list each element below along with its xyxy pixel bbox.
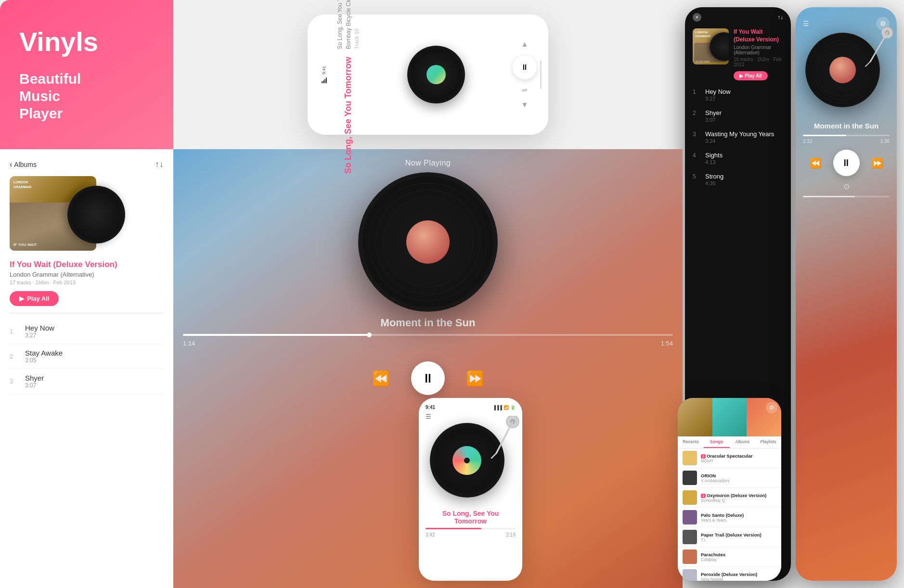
library-tab[interactable]: Playlists bbox=[755, 436, 781, 448]
now-playing-label: Now Playing bbox=[405, 159, 451, 167]
track-name: Wasting My Young Years bbox=[705, 130, 783, 138]
library-list: 1Oracular Spectacular MGMT ORION X Ambas… bbox=[678, 448, 781, 581]
card-song-title: So Long, See You Tomorrow bbox=[343, 56, 353, 173]
white-turntable-phone: 9:41 ▐▐▐ 📶 🔋 ☰ bbox=[419, 398, 522, 581]
track-info: Strong 4:35 bbox=[705, 173, 783, 186]
track-info: Shyer 3:07 bbox=[25, 374, 164, 389]
library-art bbox=[683, 451, 697, 465]
panel-nav: ‹ Albums ↑↓ bbox=[10, 159, 164, 169]
blue-song-info: Moment in the Sun bbox=[803, 122, 890, 130]
blue-time-display: 1:32 1:36 bbox=[803, 139, 890, 144]
rewind-btn[interactable]: ⏪ bbox=[810, 157, 822, 169]
track-number: 3 bbox=[693, 131, 701, 138]
library-item[interactable]: Paper Trail (Deluxe Version) T.I. bbox=[678, 527, 781, 547]
forward-btn[interactable]: ⏩ bbox=[871, 157, 883, 169]
library-item-title: Parachutes bbox=[701, 552, 776, 557]
library-item[interactable]: Peroxide (Deluxe Version) Nina Nesbitt bbox=[678, 567, 781, 581]
track-duration: 4:35 bbox=[705, 180, 783, 186]
album-track-row[interactable]: 1 Hey Now 3:27 bbox=[10, 319, 164, 344]
track-duration: 3:07 bbox=[25, 382, 164, 389]
dark-play-all-btn[interactable]: ▶ Play All bbox=[734, 71, 768, 80]
track-info: Hey Now 3:27 bbox=[705, 88, 783, 102]
large-forward-btn[interactable]: ⏩ bbox=[466, 370, 484, 387]
library-item[interactable]: Parachutes Coldplay bbox=[678, 547, 781, 567]
shuffle-btn[interactable]: ⇌ bbox=[522, 86, 528, 94]
library-badge: 1 bbox=[701, 494, 706, 498]
white-times: 3:42 2:19 bbox=[426, 532, 516, 537]
blue-vinyl-container bbox=[805, 33, 887, 115]
queue-icon[interactable]: ☰ bbox=[803, 20, 809, 27]
library-item[interactable]: ORION X Ambassadors bbox=[678, 468, 781, 488]
large-pause-btn[interactable]: ⏸ bbox=[411, 361, 445, 395]
progress-thumb bbox=[367, 332, 372, 337]
svg-line-6 bbox=[496, 422, 513, 453]
status-icons: ▐▐▐ 📶 🔋 bbox=[493, 405, 516, 410]
dark-track-row[interactable]: 3 Wasting My Young Years 3:24 bbox=[693, 127, 783, 148]
vinyl-hole bbox=[464, 458, 470, 463]
library-item-artist: Nina Nesbitt bbox=[701, 577, 776, 581]
library-tab[interactable]: Songs bbox=[704, 436, 730, 448]
library-item-info: Peroxide (Deluxe Version) Nina Nesbitt bbox=[701, 572, 776, 581]
large-controls: ⏪ ⏸ ⏩ bbox=[372, 361, 484, 395]
card-album: So Long, See You Tomorrow bbox=[336, 0, 343, 49]
library-item-artist: X Ambassadors bbox=[701, 478, 776, 483]
large-progress-fill bbox=[183, 334, 369, 336]
airplay-icon[interactable]: ⊙ bbox=[843, 182, 850, 191]
card-vinyl bbox=[407, 46, 465, 103]
library-item[interactable]: 1Oracular Spectacular MGMT bbox=[678, 448, 781, 468]
volume-bar bbox=[803, 196, 890, 197]
lib-settings-btn[interactable]: ⚙ bbox=[766, 402, 777, 413]
blue-pause-btn[interactable]: ⏸ bbox=[833, 150, 860, 176]
blue-remaining: 1:36 bbox=[880, 139, 890, 144]
large-progress-bg[interactable] bbox=[183, 334, 673, 336]
next-track-btn[interactable]: ▼ bbox=[521, 101, 529, 109]
library-item-info: Parachutes Coldplay bbox=[701, 552, 776, 562]
track-duration: 3:27 bbox=[705, 96, 783, 102]
back-label: Albums bbox=[14, 161, 37, 168]
large-rewind-btn[interactable]: ⏪ bbox=[372, 370, 390, 387]
dark-album-meta: 16 tracks · 1h2m · Feb 2013 bbox=[734, 57, 783, 67]
library-tab[interactable]: Albums bbox=[730, 436, 756, 448]
pause-btn[interactable]: ⏸ bbox=[513, 55, 537, 79]
wifi-icon: 📶 bbox=[504, 405, 509, 410]
library-item[interactable]: Palo Santo (Deluxe) Years & Years bbox=[678, 508, 781, 527]
library-phone: ⚙ RecentsSongsAlbumsPlaylists 1Oracular … bbox=[678, 398, 781, 581]
white-progress-bg[interactable] bbox=[426, 528, 516, 529]
track-info: Wasting My Young Years 3:24 bbox=[705, 130, 783, 144]
white-vinyl-center bbox=[452, 446, 481, 475]
status-left: 9:41 bbox=[319, 66, 329, 83]
library-tab[interactable]: Recents bbox=[678, 436, 704, 448]
prev-track-btn[interactable]: ▲ bbox=[521, 40, 529, 49]
large-song-title: Moment in the Sun bbox=[381, 317, 476, 329]
white-tonearm-svg bbox=[478, 416, 521, 459]
elapsed-time: 1:14 bbox=[183, 340, 195, 347]
back-btn[interactable]: ‹ Albums bbox=[10, 160, 37, 169]
subtitle-line2: Music bbox=[19, 88, 60, 104]
library-item[interactable]: 1Oxymoron (Deluxe Version) ScHoolboy Q bbox=[678, 488, 781, 508]
library-item-info: 1Oxymoron (Deluxe Version) ScHoolboy Q bbox=[701, 493, 776, 503]
play-all-btn[interactable]: ▶ Play All bbox=[10, 291, 59, 306]
play-icon: ▶ bbox=[739, 73, 743, 78]
library-item-title: Peroxide (Deluxe Version) bbox=[701, 572, 776, 577]
app-title: Vinyls bbox=[19, 27, 154, 57]
album-artist: London Grammar (Alternative) bbox=[10, 271, 164, 278]
signal-icon: ▐▐▐ bbox=[493, 405, 502, 410]
track-number: 2 bbox=[10, 353, 18, 360]
dark-track-row[interactable]: 1 Hey Now 3:27 bbox=[693, 84, 783, 105]
dark-track-row[interactable]: 2 Shyer 3:07 bbox=[693, 105, 783, 127]
dark-track-row[interactable]: 4 Sights 4:13 bbox=[693, 148, 783, 169]
album-track-row[interactable]: 2 Stay Awake 3:05 bbox=[10, 344, 164, 369]
album-art-container: LONDONGRAMMAR IF YOU WAIT bbox=[10, 176, 125, 253]
back-chevron-icon: ‹ bbox=[10, 160, 12, 169]
track-number: 1 bbox=[693, 89, 701, 95]
close-btn[interactable]: ✕ bbox=[693, 13, 701, 22]
track-name: Strong bbox=[705, 173, 783, 180]
sort-btn[interactable]: ↑↓ bbox=[155, 159, 164, 169]
dark-track-row[interactable]: 5 Strong 4:35 bbox=[693, 169, 783, 190]
library-item-title: Palo Santo (Deluxe) bbox=[701, 512, 776, 518]
blue-progress-bar-bg bbox=[803, 135, 890, 136]
album-track-row[interactable]: 3 Shyer 3:07 bbox=[10, 369, 164, 394]
subtitle-line1: Beautiful bbox=[19, 71, 81, 87]
lib-tabs-container: RecentsSongsAlbumsPlaylists bbox=[678, 436, 781, 448]
white-queue-icon[interactable]: ☰ bbox=[426, 413, 431, 420]
